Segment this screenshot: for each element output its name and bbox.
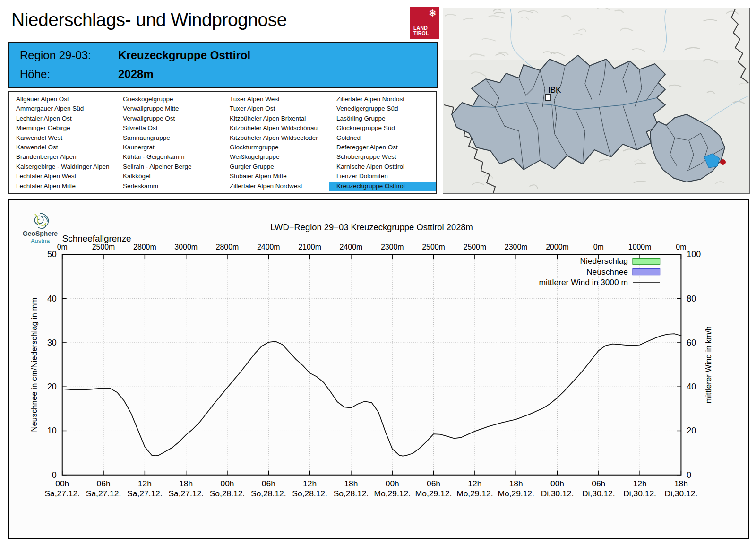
region-list-item[interactable]: Weißkugelgruppe — [222, 152, 329, 162]
region-list-item[interactable]: Mieminger Gebirge — [9, 123, 115, 133]
y-tick-left-label: 50 — [47, 250, 57, 259]
region-list: Allgäuer Alpen OstAmmergauer Alpen SüdLe… — [8, 91, 437, 194]
region-list-item[interactable]: Allgäuer Alpen Ost — [9, 95, 115, 104]
x-tick-hour-label: 18h — [674, 479, 688, 488]
region-list-item[interactable]: Serleskamm — [115, 182, 222, 191]
region-list-item[interactable]: Kaunergrat — [115, 143, 222, 152]
snowline-label: Schneefallgrenze — [62, 234, 131, 243]
tick-marks — [62, 254, 681, 475]
snowline-value: 0m — [57, 243, 68, 251]
region-list-item[interactable]: Kalkkögel — [115, 172, 222, 181]
y-tick-right-label: 40 — [687, 382, 696, 391]
land-tirol-logo: ❄ LAND TIROL — [410, 7, 439, 39]
region-list-item[interactable]: Lechtaler Alpen Ost — [9, 114, 115, 123]
geosphere-name: GeoSphere — [23, 230, 58, 237]
x-tick-hour-label: 06h — [262, 479, 275, 488]
x-tick-hour-label: 18h — [344, 479, 358, 488]
region-list-item[interactable]: Glockturmgruppe — [222, 143, 329, 152]
region-list-item[interactable]: Verwallgruppe Ost — [115, 114, 222, 123]
x-tick-day-label: Mo,29.12. — [415, 489, 452, 498]
altitude-value: 2028m — [118, 68, 154, 80]
region-list-item[interactable]: Kitzbüheler Alpen Wildschönau — [222, 123, 329, 133]
x-tick-hour-label: 00h — [55, 479, 69, 488]
snowline-value: 2400m — [340, 243, 363, 251]
legend-label: Neuschnee — [586, 267, 628, 277]
region-list-item-selected[interactable]: Kreuzeckgruppe Osttirol — [329, 182, 436, 191]
snowflake-icon: ❄ — [428, 8, 437, 19]
forecast-chart: GeoSphereAustriaLWD−Region 29−03 Kreuzec… — [9, 200, 748, 538]
region-list-item[interactable]: Glocknergruppe Süd — [329, 123, 436, 133]
x-tick-hour-label: 06h — [427, 479, 440, 488]
region-list-item[interactable]: Samnaungruppe — [115, 133, 222, 143]
region-list-item[interactable]: Tuxer Alpen Ost — [222, 104, 329, 113]
region-list-item[interactable]: Kitzbüheler Alpen Brixental — [222, 114, 329, 123]
chart-title: LWD−Region 29−03 Kreuzeckgruppe Osttirol… — [270, 222, 473, 232]
x-tick-hour-label: 12h — [468, 479, 481, 488]
x-tick-hour-label: 06h — [592, 479, 605, 488]
region-list-item[interactable]: Kaisergebirge - Waidringer Alpen — [9, 162, 115, 172]
x-tick-day-label: Di,30.12. — [665, 489, 698, 498]
region-list-item[interactable]: Kitzbüheler Alpen Wildseeloder — [222, 133, 329, 143]
x-tick-day-label: So,28.12. — [334, 489, 369, 498]
x-tick-day-label: Di,30.12. — [541, 489, 574, 498]
x-tick-day-label: Mo,29.12. — [374, 489, 411, 498]
region-list-item[interactable]: Zillertaler Alpen Nordost — [329, 95, 436, 104]
snowline-value: 2800m — [133, 243, 156, 251]
region-list-item[interactable]: Stubaier Alpen Mitte — [222, 172, 329, 181]
region-list-item[interactable]: Lechtaler Alpen West — [9, 172, 115, 181]
region-list-item[interactable]: Lechtaler Alpen Mitte — [9, 182, 115, 191]
region-list-item[interactable]: Kühtai - Geigenkamm — [115, 152, 222, 162]
snowline-value: 2400m — [257, 243, 280, 251]
y-tick-right-label: 80 — [687, 294, 696, 303]
region-list-item[interactable]: Karwendel West — [9, 133, 115, 143]
region-list-item[interactable]: Gurgler Gruppe — [222, 162, 329, 172]
x-tick-day-label: Sa,27.12. — [45, 489, 80, 498]
region-list-item[interactable]: Deferegger Alpen Ost — [329, 143, 436, 152]
region-list-item[interactable]: Grieskogelgruppe — [115, 95, 222, 104]
region-list-item[interactable]: Tuxer Alpen West — [222, 95, 329, 104]
snowline-value: 2500m — [92, 243, 115, 251]
region-list-item[interactable]: Lienzer Dolomiten — [329, 172, 436, 181]
region-list-item[interactable]: Sellrain - Alpeiner Berge — [115, 162, 222, 172]
y-tick-right-label: 100 — [687, 250, 701, 259]
region-list-item[interactable]: Brandenberger Alpen — [9, 152, 115, 162]
region-list-item[interactable]: Goldried — [329, 133, 436, 143]
x-tick-hour-label: 00h — [550, 479, 564, 488]
wind-series-line — [62, 334, 681, 456]
snowline-value: 2800m — [216, 243, 239, 251]
snowline-value: 0m — [676, 243, 686, 251]
selected-region-marker-dot — [720, 159, 726, 165]
region-list-column: Zillertaler Alpen NordostVenedigergruppe… — [329, 95, 436, 191]
logo-line2: TIROL — [413, 31, 429, 36]
x-tick-day-label: So,28.12. — [292, 489, 327, 498]
region-list-item[interactable]: Venedigergruppe Süd — [329, 104, 436, 113]
region-list-item[interactable]: Zillertaler Alpen Nordwest — [222, 182, 329, 191]
region-list-item[interactable]: Silvretta Ost — [115, 123, 222, 133]
region-list-column: Allgäuer Alpen OstAmmergauer Alpen SüdLe… — [9, 95, 115, 191]
x-tick-hour-label: 06h — [97, 479, 111, 488]
y-tick-left-label: 40 — [47, 294, 57, 303]
geosphere-swirl-icon — [34, 213, 48, 228]
page-title: Niederschlags- und Windprognose — [11, 9, 287, 30]
region-list-item[interactable]: Karnische Alpen Osttirol — [329, 162, 436, 172]
region-list-item[interactable]: Lasörling Gruppe — [329, 114, 436, 123]
geosphere-country: Austria — [31, 237, 50, 244]
land-tirol-logo-text: LAND TIROL — [413, 26, 429, 36]
region-list-item[interactable]: Karwendel Ost — [9, 143, 115, 152]
map-background-north — [443, 8, 749, 60]
x-tick-hour-label: 00h — [386, 479, 399, 488]
y-axis-right-title: mittlerer Wind in km/h — [704, 326, 713, 403]
region-list-item[interactable]: Ammergauer Alpen Süd — [9, 104, 115, 113]
x-tick-day-label: Di,30.12. — [623, 489, 656, 498]
x-tick-day-label: Mo,29.12. — [456, 489, 493, 498]
snowline-value: 2300m — [381, 243, 404, 251]
x-tick-day-label: Sa,27.12. — [127, 489, 162, 498]
snowline-value: 2500m — [422, 243, 445, 251]
snowline-value: 2300m — [505, 243, 528, 251]
y-tick-left-label: 20 — [47, 382, 57, 391]
region-list-item[interactable]: Verwallgruppe Mitte — [115, 104, 222, 113]
y-tick-right-label: 60 — [687, 338, 696, 347]
region-list-item[interactable]: Schobergruppe West — [329, 152, 436, 162]
snowline-value: 0m — [593, 243, 604, 251]
map-city-label: IBK — [548, 86, 561, 95]
